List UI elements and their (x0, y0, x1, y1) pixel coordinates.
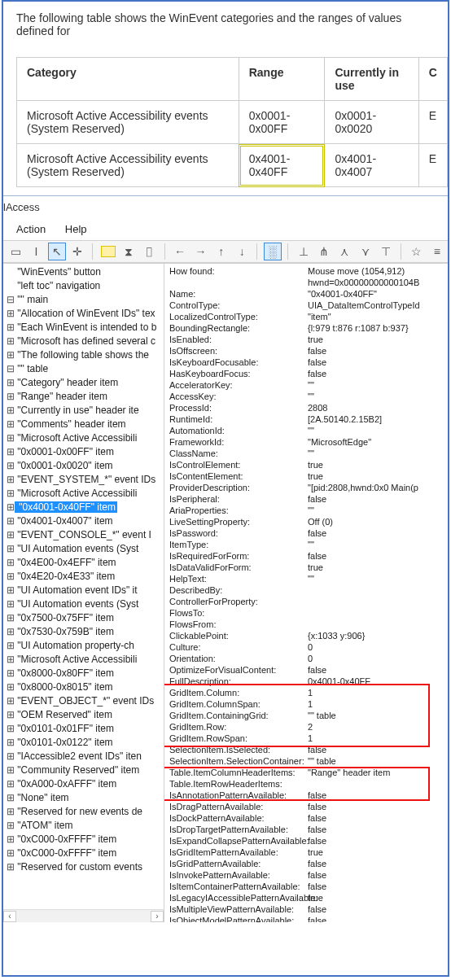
collapse-icon[interactable]: ⊟ (7, 363, 15, 375)
expand-icon[interactable]: ⊞ (7, 405, 15, 417)
tree-item[interactable]: ⊞ "Comments" header item (5, 418, 164, 431)
tree-item[interactable]: ⊞ "None" item (5, 791, 164, 805)
expand-icon[interactable]: ⊞ (7, 377, 15, 389)
expand-icon[interactable]: ⊞ (7, 543, 15, 555)
tree-item[interactable]: ⊞ "Microsoft Active Accessibili (5, 487, 164, 501)
tree-item[interactable]: ⊞ "0xC000-0xFFFF" item (5, 833, 164, 847)
properties-pane[interactable]: How found:Mouse move (1054,912)hwnd=0x00… (164, 264, 448, 922)
tb-rect-icon[interactable]: ▭ (7, 243, 24, 260)
tree-item[interactable]: ⊞ "0x0101-0x01FF" item (5, 722, 164, 736)
tree-item[interactable]: ⊞ "0x4001-0x4007" item (5, 514, 164, 528)
expand-icon[interactable]: ⊞ (7, 861, 15, 873)
expand-icon[interactable]: ⊞ (7, 833, 15, 846)
expand-icon[interactable]: ⊞ (7, 488, 15, 500)
expand-icon[interactable]: ⊞ (7, 612, 15, 624)
tree-item[interactable]: ⊞ "Community Reserved" item (5, 763, 164, 777)
tree-item[interactable]: ⊞ "IAccessible2 event IDs" iten (5, 750, 164, 763)
tb-node4-icon[interactable]: ⋎ (357, 243, 374, 260)
tb-hourglass-icon[interactable]: ⧗ (120, 243, 138, 260)
expand-icon[interactable]: ⊞ (7, 335, 15, 348)
tree-item[interactable]: ⊞ "0x4E00-0x4EFF" item (5, 556, 164, 570)
tree-item[interactable]: "left toc" navigation (5, 279, 164, 293)
tree-item[interactable]: ⊞ "0x7500-0x75FF" item (5, 611, 164, 625)
expand-icon[interactable]: ⊞ (7, 847, 15, 860)
tree-item[interactable]: ⊞ "The following table shows the (5, 348, 164, 362)
expand-icon[interactable]: ⊞ (7, 474, 15, 486)
expand-icon[interactable]: ⊞ (7, 626, 15, 638)
expand-icon[interactable]: ⊞ (7, 432, 15, 444)
tree-item[interactable]: ⊞ "Reserved for new events de (5, 805, 164, 819)
tree-item[interactable]: ⊞ "0x7530-0x759B" item (5, 625, 164, 639)
tree-item[interactable]: ⊞ "Each WinEvent is intended to b (5, 321, 164, 335)
expand-icon[interactable]: ⊞ (7, 349, 15, 361)
tb-settings-icon[interactable]: ≡ (428, 243, 446, 260)
scroll-left-icon[interactable]: ‹ (3, 911, 16, 922)
menu-help[interactable]: Help (57, 220, 95, 238)
tree-item[interactable]: ⊞ "EVENT_OBJECT_*" event IDs (5, 694, 164, 708)
expand-icon[interactable]: ⊞ (7, 557, 15, 569)
tree-item[interactable]: ⊞ "ATOM" item (5, 819, 164, 833)
expand-icon[interactable]: ⊞ (7, 529, 15, 541)
tree-item[interactable]: ⊞ "Allocation of WinEvent IDs" tex (5, 307, 164, 321)
tree-item[interactable]: ⊞ "0x0001-0x00FF" item (5, 445, 164, 459)
collapse-icon[interactable]: ⊟ (7, 294, 15, 306)
tree-item[interactable]: ⊞ "OEM Reserved" item (5, 708, 164, 722)
expand-icon[interactable]: ⊞ (7, 764, 15, 777)
tb-node2-icon[interactable]: ⋔ (315, 243, 333, 260)
horizontal-scrollbar[interactable]: ‹ › (3, 909, 164, 922)
expand-icon[interactable]: ⊞ (7, 709, 15, 721)
tb-cursor-icon[interactable]: ↖ (48, 243, 66, 260)
tree-item[interactable]: ⊞ "Category" header item (5, 376, 164, 390)
tree-item[interactable]: ⊞ "Microsoft Active Accessibili (5, 431, 164, 445)
tree-item[interactable]: ⊞ "Range" header item (5, 390, 164, 404)
tree-item[interactable]: ⊟ "" main (5, 293, 164, 307)
tb-down-icon[interactable]: ↓ (233, 243, 251, 260)
tree-item[interactable]: ⊞ "EVENT_CONSOLE_*" event I (5, 528, 164, 542)
tb-node3-icon[interactable]: ⋏ (335, 243, 353, 260)
expand-icon[interactable]: ⊞ (7, 515, 15, 527)
tree-item[interactable]: ⊞ "Microsoft Active Accessibili (5, 653, 164, 667)
expand-icon[interactable]: ⊞ (7, 501, 15, 514)
tb-node1-icon[interactable]: ⊥ (295, 243, 313, 260)
tree-item[interactable]: ⊞ "0x4E20-0x4E33" item (5, 570, 164, 584)
tree-item[interactable]: ⊞ "UI Automation events (Syst (5, 597, 164, 611)
expand-icon[interactable]: ⊞ (7, 778, 15, 790)
tb-crosshair-icon[interactable]: ✛ (68, 243, 86, 260)
tree-item[interactable]: ⊞ "0x0101-0x0122" item (5, 736, 164, 750)
expand-icon[interactable]: ⊞ (7, 792, 15, 804)
expand-icon[interactable]: ⊞ (7, 598, 15, 610)
expand-icon[interactable]: ⊞ (7, 446, 15, 458)
tb-tree-icon[interactable]: ░ (264, 243, 282, 260)
tree-item[interactable]: "WinEvents" button (5, 265, 164, 279)
tree-item[interactable]: ⊞ "UI Automation event IDs" it (5, 584, 164, 597)
scroll-right-icon[interactable]: › (151, 911, 164, 922)
expand-icon[interactable]: ⊞ (7, 308, 15, 320)
menu-action[interactable]: Action (8, 220, 54, 238)
tree-item[interactable]: ⊞ "Currently in use" header ite (5, 404, 164, 418)
tree-item[interactable]: ⊞ "Microsoft has defined several c (5, 335, 164, 348)
tree-item[interactable]: ⊞ "0xC000-0xFFFF" item (5, 847, 164, 860)
expand-icon[interactable]: ⊞ (7, 667, 15, 680)
expand-icon[interactable]: ⊞ (7, 723, 15, 735)
expand-icon[interactable]: ⊞ (7, 460, 15, 472)
expand-icon[interactable]: ⊞ (7, 820, 15, 832)
expand-icon[interactable]: ⊞ (7, 571, 15, 583)
expand-icon[interactable]: ⊞ (7, 391, 15, 403)
tree-item[interactable]: ⊞ "Reserved for custom events (5, 860, 164, 874)
expand-icon[interactable]: ⊞ (7, 737, 15, 749)
tb-node5-icon[interactable]: ⊤ (377, 243, 395, 260)
tree-item[interactable]: ⊞ "EVENT_SYSTEM_*" event IDs (5, 473, 164, 487)
expand-icon[interactable]: ⊞ (7, 418, 15, 431)
tb-left-icon[interactable]: ← (171, 243, 189, 260)
expand-icon[interactable]: ⊞ (7, 584, 15, 597)
tree-item[interactable]: ⊞ "0x8000-0x8015" item (5, 680, 164, 694)
expand-icon[interactable]: ⊞ (7, 695, 15, 707)
expand-icon[interactable]: ⊞ (7, 681, 15, 693)
tb-up-icon[interactable]: ↑ (212, 243, 230, 260)
tb-refresh-icon[interactable]: ☆ (408, 243, 426, 260)
tb-right-icon[interactable]: → (191, 243, 209, 260)
tb-bracket-icon[interactable]: ⌷ (140, 243, 158, 260)
tree-item[interactable]: ⊞ "0x8000-0x80FF" item (5, 667, 164, 680)
expand-icon[interactable]: ⊞ (7, 654, 15, 666)
expand-icon[interactable]: ⊞ (7, 806, 15, 818)
